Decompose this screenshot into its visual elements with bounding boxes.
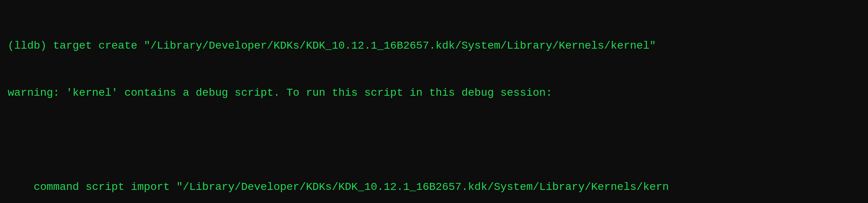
terminal-output: (lldb) target create "/Library/Developer… <box>0 0 868 203</box>
terminal-line-empty-1 <box>8 132 860 148</box>
terminal-line-2: warning: 'kernel' contains a debug scrip… <box>8 85 860 101</box>
terminal-line-1: (lldb) target create "/Library/Developer… <box>8 38 860 54</box>
terminal-line-4: command script import "/Library/Develope… <box>8 179 860 195</box>
